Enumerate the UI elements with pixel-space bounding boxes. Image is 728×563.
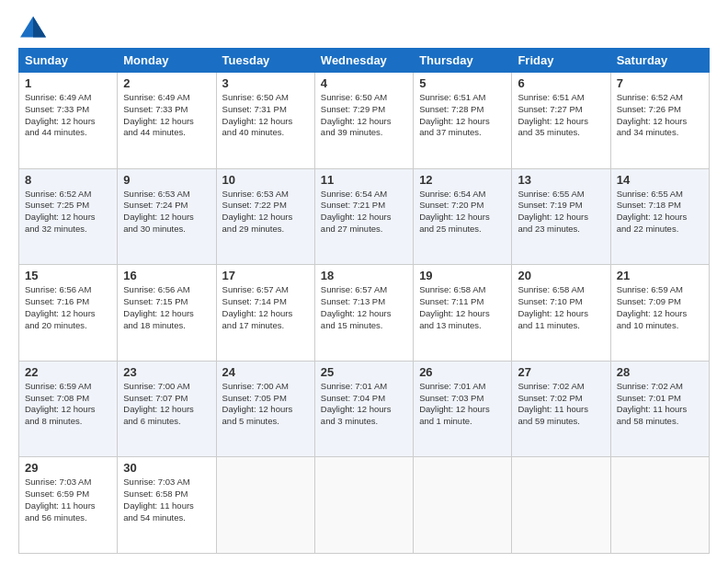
day-number: 24 xyxy=(222,365,309,379)
sunset-label: Sunset: 7:07 PM xyxy=(123,393,188,403)
calendar-cell: 29Sunrise: 7:03 AMSunset: 6:59 PMDayligh… xyxy=(19,457,118,554)
sunrise-label: Sunrise: 6:56 AM xyxy=(25,284,91,294)
day-number: 25 xyxy=(321,365,407,379)
cell-content: Sunrise: 6:59 AMSunset: 7:08 PMDaylight:… xyxy=(25,381,111,428)
calendar-cell xyxy=(216,457,314,554)
day-number: 20 xyxy=(518,269,604,282)
calendar-cell: 9Sunrise: 6:53 AMSunset: 7:24 PMDaylight… xyxy=(118,168,216,265)
day-number: 12 xyxy=(419,173,506,187)
calendar-week-row: 22Sunrise: 6:59 AMSunset: 7:08 PMDayligh… xyxy=(19,361,710,457)
daylight-label: Daylight: 12 hours and 25 minutes. xyxy=(419,212,490,234)
sunrise-label: Sunrise: 6:49 AM xyxy=(25,92,91,102)
day-number: 3 xyxy=(222,76,309,90)
sunset-label: Sunset: 7:14 PM xyxy=(222,296,287,306)
sunset-label: Sunset: 7:15 PM xyxy=(123,296,188,306)
calendar-cell xyxy=(414,457,512,554)
day-number: 13 xyxy=(518,173,604,187)
cell-content: Sunrise: 6:55 AMSunset: 7:19 PMDaylight:… xyxy=(518,189,604,236)
sunset-label: Sunset: 7:21 PM xyxy=(321,200,385,210)
daylight-label: Daylight: 12 hours and 34 minutes. xyxy=(617,116,688,138)
calendar-cell: 22Sunrise: 6:59 AMSunset: 7:08 PMDayligh… xyxy=(19,361,118,457)
sunset-label: Sunset: 6:59 PM xyxy=(25,488,89,499)
calendar-week-row: 8Sunrise: 6:52 AMSunset: 7:25 PMDaylight… xyxy=(19,168,710,265)
cell-content: Sunrise: 7:02 AMSunset: 7:02 PMDaylight:… xyxy=(518,381,604,428)
calendar-cell: 13Sunrise: 6:55 AMSunset: 7:19 PMDayligh… xyxy=(512,168,610,265)
calendar-cell: 7Sunrise: 6:52 AMSunset: 7:26 PMDaylight… xyxy=(610,73,709,169)
cell-content: Sunrise: 6:51 AMSunset: 7:27 PMDaylight:… xyxy=(518,92,604,139)
day-of-week-header: Thursday xyxy=(414,49,512,73)
sunset-label: Sunset: 7:26 PM xyxy=(617,104,681,114)
day-number: 10 xyxy=(222,173,309,187)
calendar-cell: 27Sunrise: 7:02 AMSunset: 7:02 PMDayligh… xyxy=(512,361,610,457)
daylight-label: Daylight: 11 hours and 58 minutes. xyxy=(617,404,688,426)
calendar-cell: 16Sunrise: 6:56 AMSunset: 7:15 PMDayligh… xyxy=(118,265,216,362)
sunset-label: Sunset: 7:28 PM xyxy=(419,104,483,114)
sunrise-label: Sunrise: 6:51 AM xyxy=(518,92,584,102)
cell-content: Sunrise: 7:01 AMSunset: 7:03 PMDaylight:… xyxy=(419,381,506,428)
daylight-label: Daylight: 11 hours and 56 minutes. xyxy=(25,500,96,523)
sunset-label: Sunset: 7:10 PM xyxy=(518,296,582,306)
calendar-cell: 2Sunrise: 6:49 AMSunset: 7:33 PMDaylight… xyxy=(118,73,216,169)
sunset-label: Sunset: 7:29 PM xyxy=(321,104,385,114)
sunset-label: Sunset: 7:19 PM xyxy=(518,200,582,210)
cell-content: Sunrise: 6:49 AMSunset: 7:33 PMDaylight:… xyxy=(123,92,210,139)
cell-content: Sunrise: 7:03 AMSunset: 6:59 PMDaylight:… xyxy=(25,477,111,523)
day-number: 6 xyxy=(518,76,604,90)
calendar-cell: 21Sunrise: 6:59 AMSunset: 7:09 PMDayligh… xyxy=(610,265,709,362)
cell-content: Sunrise: 6:56 AMSunset: 7:15 PMDaylight:… xyxy=(123,284,210,331)
daylight-label: Daylight: 12 hours and 3 minutes. xyxy=(321,404,392,426)
daylight-label: Daylight: 12 hours and 27 minutes. xyxy=(321,212,392,234)
calendar-cell: 15Sunrise: 6:56 AMSunset: 7:16 PMDayligh… xyxy=(19,265,118,362)
cell-content: Sunrise: 6:50 AMSunset: 7:29 PMDaylight:… xyxy=(321,92,407,139)
sunrise-label: Sunrise: 7:01 AM xyxy=(419,381,485,391)
day-number: 17 xyxy=(222,269,309,282)
sunrise-label: Sunrise: 7:02 AM xyxy=(617,381,683,391)
calendar-cell: 8Sunrise: 6:52 AMSunset: 7:25 PMDaylight… xyxy=(19,168,118,265)
day-of-week-header: Tuesday xyxy=(216,49,314,73)
daylight-label: Daylight: 12 hours and 10 minutes. xyxy=(617,308,688,330)
daylight-label: Daylight: 12 hours and 40 minutes. xyxy=(222,116,293,138)
sunset-label: Sunset: 7:27 PM xyxy=(518,104,582,114)
sunset-label: Sunset: 7:20 PM xyxy=(419,200,483,210)
sunrise-label: Sunrise: 6:50 AM xyxy=(222,92,289,102)
calendar-cell: 4Sunrise: 6:50 AMSunset: 7:29 PMDaylight… xyxy=(314,73,413,169)
sunset-label: Sunset: 7:22 PM xyxy=(222,200,287,210)
daylight-label: Daylight: 12 hours and 32 minutes. xyxy=(25,212,96,234)
day-number: 29 xyxy=(25,461,111,475)
cell-content: Sunrise: 7:02 AMSunset: 7:01 PMDaylight:… xyxy=(617,381,703,428)
day-number: 7 xyxy=(617,76,703,90)
sunset-label: Sunset: 7:01 PM xyxy=(617,393,681,403)
sunrise-label: Sunrise: 6:54 AM xyxy=(419,189,485,199)
day-number: 14 xyxy=(617,173,703,187)
sunrise-label: Sunrise: 6:58 AM xyxy=(518,284,584,294)
sunset-label: Sunset: 7:04 PM xyxy=(321,393,385,403)
daylight-label: Daylight: 12 hours and 6 minutes. xyxy=(123,404,194,426)
day-number: 23 xyxy=(123,365,210,379)
daylight-label: Daylight: 12 hours and 44 minutes. xyxy=(25,116,96,138)
sunrise-label: Sunrise: 6:52 AM xyxy=(25,189,91,199)
calendar-cell: 18Sunrise: 6:57 AMSunset: 7:13 PMDayligh… xyxy=(314,265,413,362)
sunrise-label: Sunrise: 7:02 AM xyxy=(518,381,584,391)
calendar: SundayMondayTuesdayWednesdayThursdayFrid… xyxy=(18,48,710,554)
day-of-week-header: Wednesday xyxy=(314,49,413,73)
sunrise-label: Sunrise: 6:56 AM xyxy=(123,284,189,294)
daylight-label: Daylight: 12 hours and 39 minutes. xyxy=(321,116,392,138)
daylight-label: Daylight: 11 hours and 54 minutes. xyxy=(123,500,194,523)
sunset-label: Sunset: 7:08 PM xyxy=(25,393,89,403)
cell-content: Sunrise: 6:59 AMSunset: 7:09 PMDaylight:… xyxy=(617,284,703,331)
sunrise-label: Sunrise: 6:55 AM xyxy=(617,189,683,199)
day-number: 19 xyxy=(419,269,506,282)
calendar-cell: 10Sunrise: 6:53 AMSunset: 7:22 PMDayligh… xyxy=(216,168,314,265)
calendar-cell: 3Sunrise: 6:50 AMSunset: 7:31 PMDaylight… xyxy=(216,73,314,169)
calendar-cell: 19Sunrise: 6:58 AMSunset: 7:11 PMDayligh… xyxy=(414,265,512,362)
calendar-cell xyxy=(610,457,709,554)
sunrise-label: Sunrise: 6:58 AM xyxy=(419,284,485,294)
cell-content: Sunrise: 6:55 AMSunset: 7:18 PMDaylight:… xyxy=(617,189,703,236)
daylight-label: Daylight: 12 hours and 37 minutes. xyxy=(419,116,490,138)
daylight-label: Daylight: 12 hours and 17 minutes. xyxy=(222,308,293,330)
day-number: 21 xyxy=(617,269,703,282)
cell-content: Sunrise: 7:00 AMSunset: 7:05 PMDaylight:… xyxy=(222,381,309,428)
daylight-label: Daylight: 12 hours and 1 minute. xyxy=(419,404,490,426)
calendar-cell: 12Sunrise: 6:54 AMSunset: 7:20 PMDayligh… xyxy=(414,168,512,265)
daylight-label: Daylight: 11 hours and 59 minutes. xyxy=(518,404,588,426)
